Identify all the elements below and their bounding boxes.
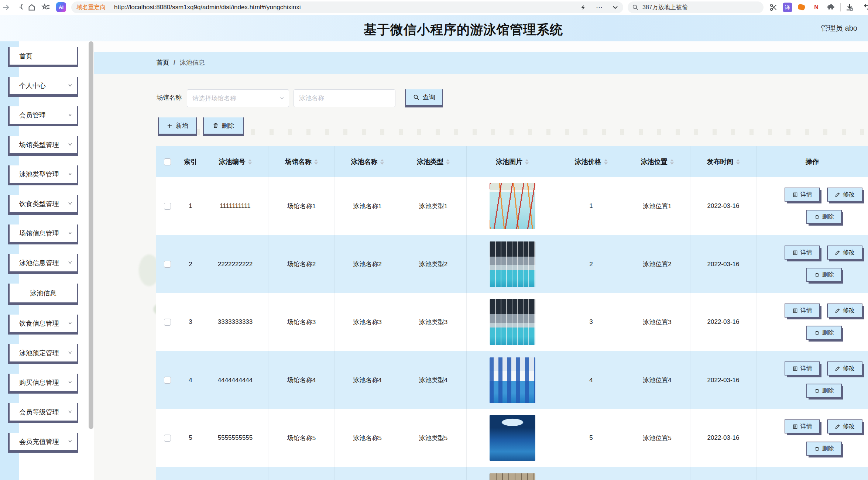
sidebar-item-venue-type-mgmt[interactable]: 场馆类型管理˅ <box>8 136 78 156</box>
sort-icon[interactable] <box>248 159 252 165</box>
venue-select-placeholder: 请选择场馆名称 <box>192 94 236 103</box>
row-delete-button[interactable]: 删除 <box>806 268 842 282</box>
cell-venue-name: 场馆名称1 <box>268 177 335 235</box>
search-button[interactable]: 查询 <box>405 89 443 107</box>
sidebar-scrollbar[interactable] <box>89 41 93 429</box>
select-all-checkbox[interactable] <box>164 158 171 165</box>
download-icon[interactable] <box>845 3 854 12</box>
sidebar-item-venue-info-mgmt[interactable]: 场馆信息管理˅ <box>8 224 78 244</box>
translate-extension-icon[interactable]: 译 <box>783 3 792 12</box>
edit-button[interactable]: 修改 <box>827 419 862 433</box>
address-bar[interactable]: 域名重定向 http://localhost:8080/ssm1xq9q/adm… <box>71 1 623 13</box>
sidebar-item-pool-booking-mgmt[interactable]: 泳池预定管理˅ <box>8 344 78 364</box>
add-button[interactable]: 新增 <box>158 117 197 136</box>
edit-button[interactable]: 修改 <box>827 304 862 318</box>
cell-pool-type: 泳池类型4 <box>400 351 467 409</box>
delete-button[interactable]: 删除 <box>203 117 244 136</box>
bookmark-star-icon[interactable] <box>41 2 51 13</box>
venue-select[interactable]: 请选择场馆名称 ˅ <box>187 89 289 107</box>
row-checkbox[interactable] <box>164 435 171 442</box>
game-extension-icon[interactable] <box>797 3 806 12</box>
sidebar-item-member-recharge-mgmt[interactable]: 会员充值管理˅ <box>8 433 78 453</box>
pencil-icon <box>835 424 840 429</box>
pool-image[interactable] <box>490 299 535 345</box>
cell-publish-date: 2022-03-16 <box>690 177 757 235</box>
chevron-down-icon: ˅ <box>68 260 72 265</box>
pool-name-input[interactable] <box>299 95 390 102</box>
breadcrumb-home[interactable]: 首页 <box>157 58 169 67</box>
detail-button[interactable]: 详情 <box>785 304 820 318</box>
sidebar-item-purchase-info-mgmt[interactable]: 购买信息管理˅ <box>8 374 78 394</box>
detail-button[interactable]: 详情 <box>785 246 820 260</box>
pool-image[interactable] <box>490 415 535 461</box>
sidebar-subitem-pool-info[interactable]: 泳池信息 <box>8 284 78 305</box>
more-icon[interactable]: ⋯ <box>596 3 603 11</box>
chevron-down-icon: ˅ <box>68 380 72 385</box>
browser-search-box[interactable]: 387万放地上被偷 <box>628 1 764 13</box>
pool-image[interactable] <box>490 241 535 287</box>
row-checkbox[interactable] <box>164 203 171 210</box>
bolt-icon[interactable] <box>580 4 586 11</box>
sidebar-item-member-mgmt[interactable]: 会员管理˅ <box>8 106 78 126</box>
table-row: 5 5555555555 场馆名称5 泳池名称5 泳池类型5 5 泳池位置5 2… <box>156 409 868 467</box>
sort-icon[interactable] <box>380 159 384 165</box>
row-checkbox[interactable] <box>164 261 171 268</box>
url-text[interactable]: http://localhost:8080/ssm1xq9q/admin/dis… <box>114 4 577 11</box>
cell-pool-location: 泳池位置4 <box>624 351 690 409</box>
edit-button[interactable]: 修改 <box>827 246 862 260</box>
sort-icon[interactable] <box>736 159 740 165</box>
row-delete-button[interactable]: 删除 <box>806 326 842 340</box>
edit-button[interactable]: 修改 <box>827 361 862 376</box>
document-icon <box>793 250 798 256</box>
cell-venue-name: 场馆名称5 <box>268 409 335 467</box>
pool-image[interactable] <box>490 183 535 229</box>
sidebar-item-member-level-mgmt[interactable]: 会员等级管理˅ <box>8 403 78 423</box>
refresh-icon[interactable] <box>13 2 24 13</box>
clip-extension-icon[interactable] <box>769 3 778 12</box>
detail-button[interactable]: 详情 <box>785 361 820 376</box>
sort-icon[interactable] <box>446 159 450 165</box>
pool-image[interactable] <box>490 357 535 403</box>
url-redirect-badge: 域名重定向 <box>76 4 106 11</box>
cell-pool-code: 3333333333 <box>202 293 268 351</box>
col-pool-name: 泳池名称 <box>335 146 400 177</box>
detail-button[interactable]: 详情 <box>785 419 820 433</box>
row-checkbox[interactable] <box>164 319 171 326</box>
row-checkbox[interactable] <box>164 377 171 384</box>
row-delete-button[interactable]: 删除 <box>806 442 842 456</box>
puzzle-extensions-icon[interactable] <box>826 3 836 12</box>
ai-extension-icon[interactable]: AI <box>56 2 66 12</box>
sidebar-item-pool-type-mgmt[interactable]: 泳池类型管理˅ <box>8 165 78 185</box>
sidebar-item-personal-center[interactable]: 个人中心˅ <box>8 77 78 97</box>
table-row: 2 2222222222 场馆名称2 泳池名称2 泳池类型2 2 泳池位置2 2… <box>156 235 868 293</box>
breadcrumb-band <box>94 52 868 74</box>
history-arrow-icon[interactable] <box>862 3 868 12</box>
cell-publish-date: 2022-03-16 <box>690 351 757 409</box>
n-extension-icon[interactable]: N <box>812 3 821 12</box>
row-delete-button[interactable]: 删除 <box>806 210 842 224</box>
sidebar-item-food-info-mgmt[interactable]: 饮食信息管理˅ <box>8 315 78 335</box>
sort-icon[interactable] <box>314 159 318 165</box>
chevron-down-icon: ˅ <box>68 142 72 147</box>
forward-icon[interactable] <box>1 2 11 13</box>
cell-pool-code: 1111111111 <box>202 177 268 235</box>
pencil-icon <box>835 250 840 256</box>
sort-icon[interactable] <box>670 159 674 165</box>
admin-user-label[interactable]: 管理员 abo <box>821 23 857 33</box>
sidebar-item-pool-info-mgmt[interactable]: 泳池信息管理˅ <box>8 254 78 274</box>
pool-image[interactable] <box>490 473 535 480</box>
cell-pool-code <box>202 467 268 480</box>
cell-pool-name: 泳池名称4 <box>335 351 400 409</box>
detail-button[interactable]: 详情 <box>785 188 820 202</box>
row-delete-button[interactable]: 删除 <box>806 384 842 398</box>
cell-pool-type: 泳池类型5 <box>400 409 467 467</box>
cell-pool-name: 泳池名称1 <box>335 177 400 235</box>
sidebar-item-food-type-mgmt[interactable]: 饮食类型管理˅ <box>8 195 78 215</box>
cell-pool-name: 泳池名称2 <box>335 235 400 293</box>
chevron-down-icon[interactable] <box>613 6 618 9</box>
edit-button[interactable]: 修改 <box>827 188 862 202</box>
sort-icon[interactable] <box>525 159 529 165</box>
home-icon[interactable] <box>27 2 37 13</box>
sort-icon[interactable] <box>604 159 608 165</box>
sidebar-item-home[interactable]: 首页 <box>8 47 78 67</box>
